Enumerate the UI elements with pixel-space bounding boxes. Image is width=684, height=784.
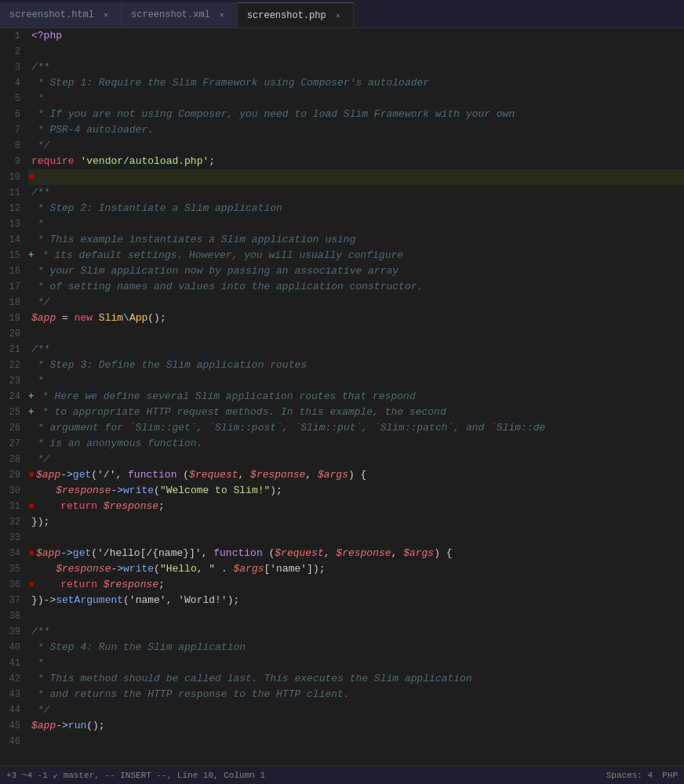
line-number: 18 [0, 295, 24, 310]
code-token: -> [111, 483, 123, 499]
code-token: * is an anonymous function. [31, 436, 202, 452]
code-token: $request [189, 467, 238, 483]
code-token: Slim [99, 310, 123, 326]
code-line: /** [28, 624, 684, 640]
code-token: /** [31, 60, 49, 75]
code-token: ['name']); [264, 561, 326, 577]
line-number: 19 [0, 310, 24, 326]
line-number: 11 [0, 185, 24, 201]
line-number: 4 [0, 75, 24, 91]
code-token: * Step 1: Require the Slim Framework usi… [31, 75, 429, 91]
line-number: 2 [0, 44, 24, 60]
code-line: * [28, 91, 684, 107]
code-token: <?php [31, 28, 62, 44]
tab-html[interactable]: screenshot.html ✕ [0, 2, 122, 27]
line-number: 38 [0, 608, 24, 624]
code-token: "Hello, " [160, 561, 215, 577]
code-content[interactable]: <?php/** * Step 1: Require the Slim Fram… [28, 28, 684, 765]
tab-html-close[interactable]: ✕ [100, 9, 111, 20]
code-token: $response [104, 577, 158, 593]
code-token: ( [154, 483, 160, 499]
code-token: * Here we define several Slim applicatio… [36, 389, 416, 405]
code-line: * PSR-4 autoloader. [28, 122, 684, 138]
code-token: $response [56, 483, 111, 499]
editor: 1234567891011121314151617181920212223242… [0, 28, 684, 765]
tab-php-label: screenshot.php [247, 10, 326, 21]
code-token: $args [318, 467, 348, 483]
git-add-marker: + [28, 248, 34, 263]
code-line: * This method should be called last. Thi… [28, 671, 684, 687]
code-line: * and returns the HTTP response to the H… [28, 687, 684, 702]
code-token: * This example instantiates a Slim appli… [31, 232, 355, 248]
code-token: * your Slim application now by passing a… [31, 263, 398, 279]
tab-php-close[interactable]: ✕ [333, 10, 344, 21]
code-token: }); [31, 514, 49, 530]
code-token: new [75, 310, 93, 326]
line-number: 15 [0, 248, 24, 263]
line-number: 3 [0, 60, 24, 75]
code-line: * [28, 216, 684, 232]
tab-xml-label: screenshot.xml [131, 9, 210, 20]
line-number: 37 [0, 593, 24, 608]
code-line: $app->run(); [28, 718, 684, 734]
line-number: 27 [0, 436, 24, 452]
line-number: 29 [0, 467, 24, 483]
code-token: get [73, 546, 91, 561]
code-token: })-> [31, 593, 56, 608]
code-token: */ [31, 702, 49, 718]
code-token: ; [209, 154, 215, 169]
code-token: -> [111, 561, 123, 577]
code-token: */ [31, 295, 49, 310]
code-token: get [73, 467, 91, 483]
code-token: ); [270, 483, 282, 499]
line-number: 23 [0, 373, 24, 389]
code-token [36, 577, 60, 593]
tab-php[interactable]: screenshot.php ✕ [238, 2, 354, 27]
line-number: 45 [0, 718, 24, 734]
code-token: $response [336, 546, 391, 561]
code-token: -> [60, 467, 73, 483]
code-token: $request [275, 546, 323, 561]
tab-xml[interactable]: screenshot.xml ✕ [122, 2, 238, 27]
code-token: * argument for `Slim::get`, `Slim::post`… [31, 420, 545, 436]
line-number: 22 [0, 358, 24, 373]
code-line: + * Here we define several Slim applicat… [28, 389, 684, 405]
code-line [28, 734, 684, 750]
code-token: , [391, 546, 404, 561]
line-number: 25 [0, 405, 24, 420]
code-token: (); [147, 310, 166, 326]
code-line: */ [28, 295, 684, 310]
code-token: $app [31, 310, 56, 326]
code-token: App [129, 310, 147, 326]
code-line: + * to appropriate HTTP request methods.… [28, 405, 684, 420]
tab-bar: screenshot.html ✕ screenshot.xml ✕ scree… [0, 0, 684, 28]
code-token: $app [36, 546, 60, 561]
code-area[interactable]: 1234567891011121314151617181920212223242… [0, 28, 684, 765]
code-token [75, 154, 81, 169]
line-numbers: 1234567891011121314151617181920212223242… [0, 28, 28, 765]
code-token: ('/', [91, 467, 122, 483]
line-number: 26 [0, 420, 24, 436]
code-token: . [215, 561, 233, 577]
code-token: , [324, 546, 337, 561]
line-number: 46 [0, 734, 24, 750]
line-number: 36 [0, 577, 24, 593]
line-number: 32 [0, 514, 24, 530]
code-line: * Step 2: Instantiate a Slim application [28, 201, 684, 216]
code-line: * [28, 655, 684, 671]
code-token: * [31, 373, 44, 389]
code-line: })->setArgument('name', 'World!'); [28, 593, 684, 608]
tab-xml-close[interactable]: ✕ [216, 9, 227, 20]
code-token: ) { [348, 467, 366, 483]
code-token: 'vendor/autoload.php' [80, 154, 209, 169]
code-token [31, 483, 56, 499]
tab-html-label: screenshot.html [9, 9, 94, 20]
line-number: 12 [0, 201, 24, 216]
code-token: * Step 2: Instantiate a Slim application [31, 201, 282, 216]
code-token: \ [123, 310, 129, 326]
code-token: $args [403, 546, 434, 561]
line-number: 31 [0, 499, 24, 514]
code-token: ('name', 'World!'); [123, 593, 239, 608]
code-line: * is an anonymous function. [28, 436, 684, 452]
line-number: 7 [0, 122, 24, 138]
